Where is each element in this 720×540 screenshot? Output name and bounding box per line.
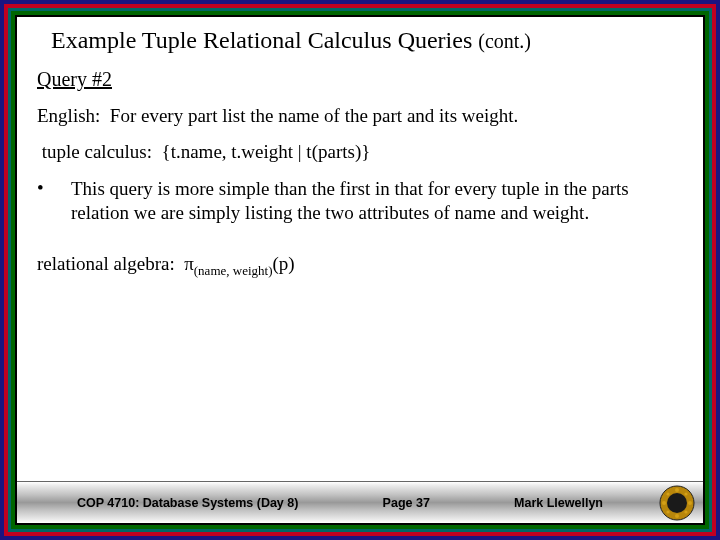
svg-point-6 bbox=[666, 492, 669, 495]
english-label: English: bbox=[37, 105, 100, 126]
slide-frame-green: Example Tuple Relational Calculus Querie… bbox=[11, 11, 709, 529]
ra-label: relational algebra: bbox=[37, 253, 175, 274]
footer-course: COP 4710: Database Systems (Day 8) bbox=[77, 496, 298, 510]
bullet-marker: • bbox=[37, 177, 71, 225]
ra-subscript: (name, weight) bbox=[194, 262, 273, 277]
english-text: For every part list the name of the part… bbox=[110, 105, 518, 126]
bullet-text: This query is more simple than the first… bbox=[71, 177, 683, 225]
svg-point-3 bbox=[675, 514, 679, 518]
slide-title: Example Tuple Relational Calculus Querie… bbox=[51, 27, 683, 54]
svg-point-2 bbox=[675, 488, 679, 492]
tuple-expr: {t.name, t.weight | t(parts)} bbox=[162, 141, 371, 162]
title-main: Example Tuple Relational Calculus Querie… bbox=[51, 27, 472, 53]
pi-symbol: π bbox=[184, 253, 194, 274]
ra-tail: (p) bbox=[272, 253, 294, 274]
footer-page: Page 37 bbox=[298, 496, 514, 510]
svg-point-7 bbox=[684, 492, 687, 495]
slide-frame-red: Example Tuple Relational Calculus Querie… bbox=[4, 4, 716, 536]
svg-point-5 bbox=[688, 501, 692, 505]
ucf-logo-icon bbox=[659, 485, 695, 521]
slide-frame-teal: Example Tuple Relational Calculus Querie… bbox=[8, 8, 712, 532]
slide-footer: COP 4710: Database Systems (Day 8) Page … bbox=[17, 481, 703, 523]
tuple-line: tuple calculus: {t.name, t.weight | t(pa… bbox=[37, 141, 683, 163]
svg-point-4 bbox=[662, 501, 666, 505]
relational-algebra-line: relational algebra: π(name, weight)(p) bbox=[37, 253, 683, 279]
query-heading: Query #2 bbox=[37, 68, 683, 91]
title-cont: (cont.) bbox=[478, 30, 531, 52]
tuple-label: tuple calculus: bbox=[42, 141, 152, 162]
footer-author: Mark Llewellyn bbox=[514, 496, 603, 510]
bullet-row: • This query is more simple than the fir… bbox=[37, 177, 683, 225]
slide-content: Example Tuple Relational Calculus Querie… bbox=[17, 17, 703, 481]
svg-point-8 bbox=[666, 510, 669, 513]
english-line: English: For every part list the name of… bbox=[37, 105, 683, 127]
slide-frame-navy: Example Tuple Relational Calculus Querie… bbox=[0, 0, 720, 540]
svg-point-9 bbox=[684, 510, 687, 513]
slide-inner: Example Tuple Relational Calculus Querie… bbox=[15, 15, 705, 525]
svg-point-1 bbox=[667, 493, 687, 513]
